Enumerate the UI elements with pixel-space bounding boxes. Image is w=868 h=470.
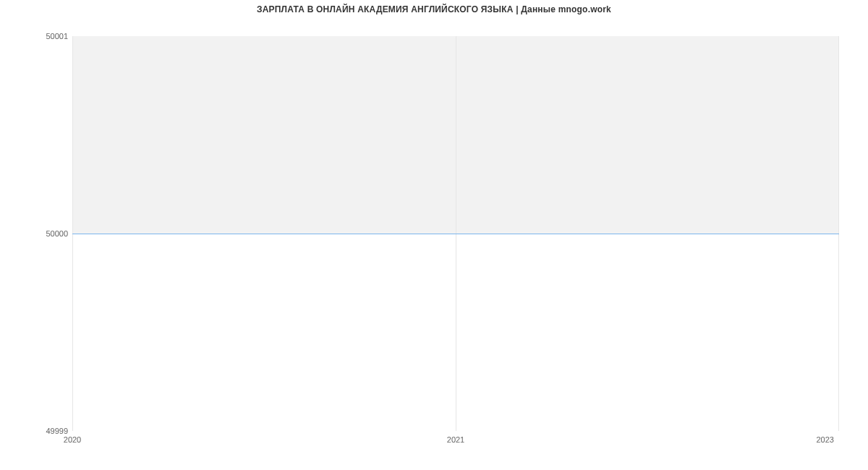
x-tick-label: 2020 [64,435,81,444]
y-tick-label: 50000 [10,229,68,238]
y-tick-label: 49999 [10,427,68,435]
chart-container: ЗАРПЛАТА В ОНЛАЙН АКАДЕМИЯ АНГЛИЙСКОГО Я… [0,0,868,470]
y-tick-label: 50001 [10,32,68,40]
chart-title: ЗАРПЛАТА В ОНЛАЙН АКАДЕМИЯ АНГЛИЙСКОГО Я… [0,4,868,14]
data-line-series [72,234,839,234]
x-tick-label: 2021 [447,435,464,444]
plot-area [72,36,839,431]
x-tick-label: 2023 [816,435,833,444]
